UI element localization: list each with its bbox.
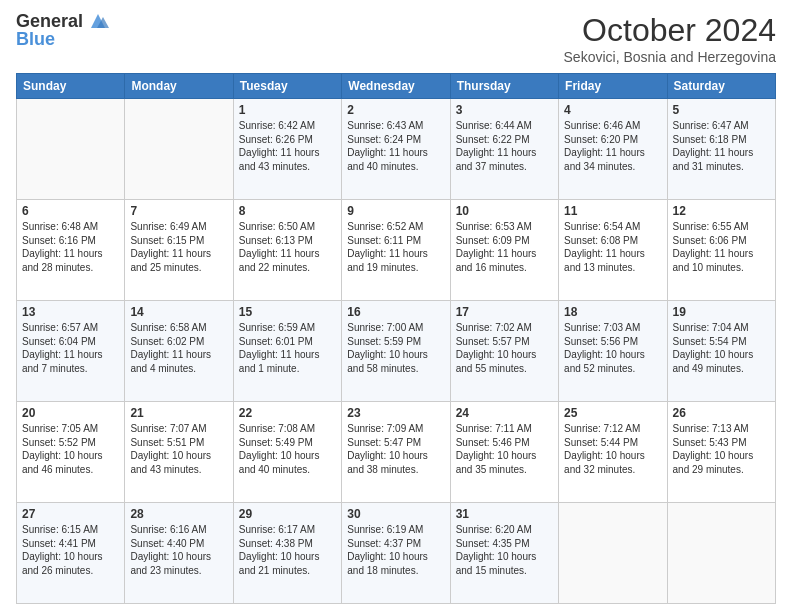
header: General Blue October 2024 Sekovici, Bosn…	[16, 12, 776, 65]
day-number: 25	[564, 406, 661, 420]
cell-info: Sunrise: 6:47 AM Sunset: 6:18 PM Dayligh…	[673, 119, 770, 173]
cell-info: Sunrise: 6:42 AM Sunset: 6:26 PM Dayligh…	[239, 119, 336, 173]
day-number: 15	[239, 305, 336, 319]
month-title: October 2024	[564, 12, 776, 49]
table-cell: 26Sunrise: 7:13 AM Sunset: 5:43 PM Dayli…	[667, 402, 775, 503]
cell-info: Sunrise: 7:04 AM Sunset: 5:54 PM Dayligh…	[673, 321, 770, 375]
table-cell: 2Sunrise: 6:43 AM Sunset: 6:24 PM Daylig…	[342, 99, 450, 200]
day-number: 22	[239, 406, 336, 420]
day-number: 9	[347, 204, 444, 218]
table-cell: 25Sunrise: 7:12 AM Sunset: 5:44 PM Dayli…	[559, 402, 667, 503]
day-number: 27	[22, 507, 119, 521]
cell-info: Sunrise: 7:09 AM Sunset: 5:47 PM Dayligh…	[347, 422, 444, 476]
calendar-row-0: 1Sunrise: 6:42 AM Sunset: 6:26 PM Daylig…	[17, 99, 776, 200]
table-cell: 11Sunrise: 6:54 AM Sunset: 6:08 PM Dayli…	[559, 200, 667, 301]
table-cell: 1Sunrise: 6:42 AM Sunset: 6:26 PM Daylig…	[233, 99, 341, 200]
day-number: 31	[456, 507, 553, 521]
table-cell: 21Sunrise: 7:07 AM Sunset: 5:51 PM Dayli…	[125, 402, 233, 503]
table-cell: 16Sunrise: 7:00 AM Sunset: 5:59 PM Dayli…	[342, 301, 450, 402]
table-cell	[559, 503, 667, 604]
cell-info: Sunrise: 6:19 AM Sunset: 4:37 PM Dayligh…	[347, 523, 444, 577]
cell-info: Sunrise: 6:58 AM Sunset: 6:02 PM Dayligh…	[130, 321, 227, 375]
table-cell: 29Sunrise: 6:17 AM Sunset: 4:38 PM Dayli…	[233, 503, 341, 604]
col-saturday: Saturday	[667, 74, 775, 99]
logo-blue: Blue	[16, 30, 109, 50]
table-cell: 23Sunrise: 7:09 AM Sunset: 5:47 PM Dayli…	[342, 402, 450, 503]
table-cell: 17Sunrise: 7:02 AM Sunset: 5:57 PM Dayli…	[450, 301, 558, 402]
table-cell: 30Sunrise: 6:19 AM Sunset: 4:37 PM Dayli…	[342, 503, 450, 604]
day-number: 16	[347, 305, 444, 319]
cell-info: Sunrise: 6:50 AM Sunset: 6:13 PM Dayligh…	[239, 220, 336, 274]
cell-info: Sunrise: 7:05 AM Sunset: 5:52 PM Dayligh…	[22, 422, 119, 476]
day-number: 30	[347, 507, 444, 521]
col-monday: Monday	[125, 74, 233, 99]
table-cell: 13Sunrise: 6:57 AM Sunset: 6:04 PM Dayli…	[17, 301, 125, 402]
day-number: 20	[22, 406, 119, 420]
table-cell: 22Sunrise: 7:08 AM Sunset: 5:49 PM Dayli…	[233, 402, 341, 503]
day-number: 3	[456, 103, 553, 117]
table-cell: 8Sunrise: 6:50 AM Sunset: 6:13 PM Daylig…	[233, 200, 341, 301]
day-number: 13	[22, 305, 119, 319]
table-cell: 12Sunrise: 6:55 AM Sunset: 6:06 PM Dayli…	[667, 200, 775, 301]
cell-info: Sunrise: 6:54 AM Sunset: 6:08 PM Dayligh…	[564, 220, 661, 274]
calendar-table: Sunday Monday Tuesday Wednesday Thursday…	[16, 73, 776, 604]
table-cell	[667, 503, 775, 604]
cell-info: Sunrise: 6:17 AM Sunset: 4:38 PM Dayligh…	[239, 523, 336, 577]
table-cell: 24Sunrise: 7:11 AM Sunset: 5:46 PM Dayli…	[450, 402, 558, 503]
day-number: 11	[564, 204, 661, 218]
cell-info: Sunrise: 7:07 AM Sunset: 5:51 PM Dayligh…	[130, 422, 227, 476]
day-number: 7	[130, 204, 227, 218]
table-cell: 18Sunrise: 7:03 AM Sunset: 5:56 PM Dayli…	[559, 301, 667, 402]
day-number: 2	[347, 103, 444, 117]
table-cell: 31Sunrise: 6:20 AM Sunset: 4:35 PM Dayli…	[450, 503, 558, 604]
day-number: 5	[673, 103, 770, 117]
page: General Blue October 2024 Sekovici, Bosn…	[0, 0, 792, 612]
table-cell: 28Sunrise: 6:16 AM Sunset: 4:40 PM Dayli…	[125, 503, 233, 604]
calendar-row-3: 20Sunrise: 7:05 AM Sunset: 5:52 PM Dayli…	[17, 402, 776, 503]
table-cell: 10Sunrise: 6:53 AM Sunset: 6:09 PM Dayli…	[450, 200, 558, 301]
table-cell: 5Sunrise: 6:47 AM Sunset: 6:18 PM Daylig…	[667, 99, 775, 200]
logo-icon	[87, 12, 109, 30]
cell-info: Sunrise: 6:53 AM Sunset: 6:09 PM Dayligh…	[456, 220, 553, 274]
table-cell: 4Sunrise: 6:46 AM Sunset: 6:20 PM Daylig…	[559, 99, 667, 200]
cell-info: Sunrise: 6:57 AM Sunset: 6:04 PM Dayligh…	[22, 321, 119, 375]
cell-info: Sunrise: 7:02 AM Sunset: 5:57 PM Dayligh…	[456, 321, 553, 375]
day-number: 10	[456, 204, 553, 218]
day-number: 29	[239, 507, 336, 521]
col-friday: Friday	[559, 74, 667, 99]
cell-info: Sunrise: 6:44 AM Sunset: 6:22 PM Dayligh…	[456, 119, 553, 173]
cell-info: Sunrise: 7:00 AM Sunset: 5:59 PM Dayligh…	[347, 321, 444, 375]
logo: General Blue	[16, 12, 109, 50]
cell-info: Sunrise: 6:20 AM Sunset: 4:35 PM Dayligh…	[456, 523, 553, 577]
table-cell	[17, 99, 125, 200]
cell-info: Sunrise: 6:43 AM Sunset: 6:24 PM Dayligh…	[347, 119, 444, 173]
day-number: 8	[239, 204, 336, 218]
cell-info: Sunrise: 6:48 AM Sunset: 6:16 PM Dayligh…	[22, 220, 119, 274]
col-sunday: Sunday	[17, 74, 125, 99]
table-cell: 14Sunrise: 6:58 AM Sunset: 6:02 PM Dayli…	[125, 301, 233, 402]
table-cell: 6Sunrise: 6:48 AM Sunset: 6:16 PM Daylig…	[17, 200, 125, 301]
day-number: 1	[239, 103, 336, 117]
calendar-header-row: Sunday Monday Tuesday Wednesday Thursday…	[17, 74, 776, 99]
cell-info: Sunrise: 6:52 AM Sunset: 6:11 PM Dayligh…	[347, 220, 444, 274]
day-number: 18	[564, 305, 661, 319]
cell-info: Sunrise: 6:55 AM Sunset: 6:06 PM Dayligh…	[673, 220, 770, 274]
day-number: 17	[456, 305, 553, 319]
table-cell	[125, 99, 233, 200]
day-number: 21	[130, 406, 227, 420]
table-cell: 15Sunrise: 6:59 AM Sunset: 6:01 PM Dayli…	[233, 301, 341, 402]
cell-info: Sunrise: 6:16 AM Sunset: 4:40 PM Dayligh…	[130, 523, 227, 577]
table-cell: 20Sunrise: 7:05 AM Sunset: 5:52 PM Dayli…	[17, 402, 125, 503]
day-number: 28	[130, 507, 227, 521]
calendar-row-1: 6Sunrise: 6:48 AM Sunset: 6:16 PM Daylig…	[17, 200, 776, 301]
day-number: 23	[347, 406, 444, 420]
cell-info: Sunrise: 6:49 AM Sunset: 6:15 PM Dayligh…	[130, 220, 227, 274]
col-wednesday: Wednesday	[342, 74, 450, 99]
table-cell: 27Sunrise: 6:15 AM Sunset: 4:41 PM Dayli…	[17, 503, 125, 604]
day-number: 19	[673, 305, 770, 319]
cell-info: Sunrise: 6:15 AM Sunset: 4:41 PM Dayligh…	[22, 523, 119, 577]
day-number: 26	[673, 406, 770, 420]
cell-info: Sunrise: 6:46 AM Sunset: 6:20 PM Dayligh…	[564, 119, 661, 173]
calendar-row-4: 27Sunrise: 6:15 AM Sunset: 4:41 PM Dayli…	[17, 503, 776, 604]
day-number: 4	[564, 103, 661, 117]
